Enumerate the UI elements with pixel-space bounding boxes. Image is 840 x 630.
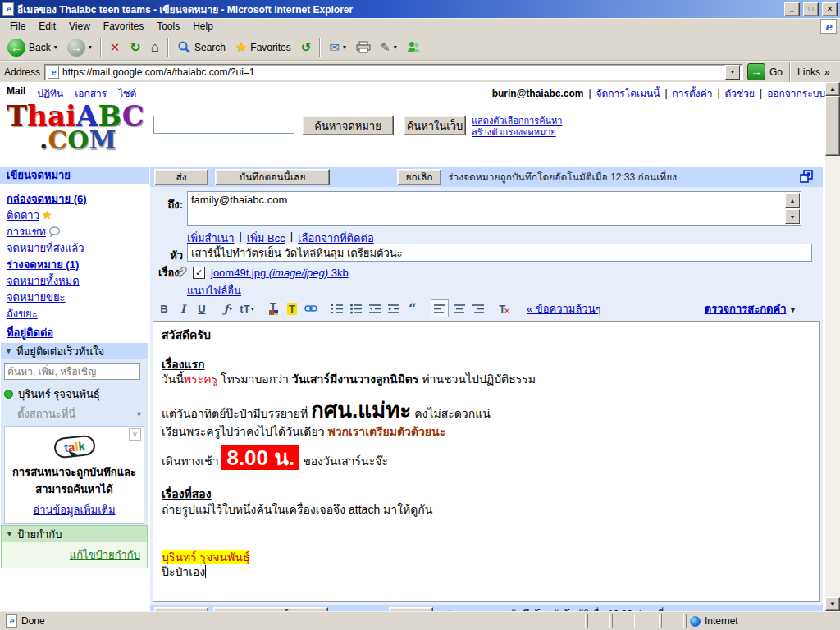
compose-mail-link[interactable]: เขียนจดหมาย <box>7 167 71 184</box>
forward-dropdown-icon[interactable]: ▾ <box>89 43 92 51</box>
text-color-button[interactable]: T <box>265 300 281 317</box>
search-web-button[interactable]: ค้นหาในเว็บ <box>404 116 466 135</box>
manage-domain-link[interactable]: จัดการโดเมนนี้ <box>596 85 660 101</box>
signout-link[interactable]: ออกจากระบบ <box>767 85 825 101</box>
print-button[interactable] <box>352 36 375 59</box>
forward-button[interactable]: → ▾ <box>63 36 96 59</box>
to-value[interactable]: family@thaiabc.com <box>191 194 287 206</box>
remove-formatting-button[interactable]: T✕ <box>496 300 513 317</box>
attachment-checkbox[interactable]: ✓ <box>193 267 205 279</box>
help-link[interactable]: ตัวช่วย <box>725 85 755 101</box>
plain-text-link[interactable]: « ข้อความล้วนๆ <box>527 300 601 317</box>
font-button[interactable]: ƒ▾ <box>220 300 236 317</box>
go-arrow-icon[interactable]: → <box>747 63 765 80</box>
contact-name[interactable]: บุรินทร์ รุจจนพันธุ์ <box>18 386 100 403</box>
collapse-icon[interactable]: ▼ <box>5 347 12 355</box>
menu-edit[interactable]: Edit <box>32 19 62 34</box>
send-button[interactable]: ส่ง <box>154 169 208 185</box>
sidebar-item-inbox[interactable]: กล่องจดหมาย (6) <box>7 190 87 208</box>
create-filter-link[interactable]: สร้างตัวกรองจดหมาย <box>472 126 562 138</box>
links-label[interactable]: Links <box>797 66 820 78</box>
indent-button[interactable] <box>386 300 402 317</box>
to-field-scrollbar[interactable]: ▲ ▼ <box>785 192 801 225</box>
edit-labels-link[interactable]: แก้ไขป้ายกำกับ <box>70 549 140 561</box>
menu-file[interactable]: File <box>3 19 32 34</box>
mail-dropdown-icon[interactable]: ▾ <box>343 43 346 51</box>
italic-button[interactable]: I <box>175 300 191 317</box>
links-chevron-icon[interactable]: » <box>824 66 830 78</box>
to-field[interactable]: family@thaiabc.com ▲ ▼ <box>187 191 801 226</box>
align-left-button[interactable] <box>431 299 449 317</box>
close-icon[interactable]: ✕ <box>129 428 141 441</box>
stop-button[interactable]: ✕ <box>106 36 125 59</box>
sidebar-item-chats[interactable]: การแชท <box>7 223 46 240</box>
contacts-link[interactable]: ที่อยู่ติดต่อ <box>7 326 53 339</box>
scrollbar-thumb[interactable] <box>825 96 840 156</box>
menu-favorites[interactable]: Favorites <box>97 19 150 34</box>
close-button[interactable]: ✕ <box>822 2 838 16</box>
mail-search-input[interactable] <box>153 116 294 134</box>
minimize-button[interactable]: _ <box>784 2 800 16</box>
save-now-button[interactable]: บันทึกตอนนี้เลย <box>215 169 330 185</box>
highlight-button[interactable]: T <box>284 300 300 317</box>
set-status-hint[interactable]: ตั้งสถานะที่นี่ <box>17 405 75 422</box>
sidebar-item-starred[interactable]: ติดดาว <box>7 207 39 224</box>
maximize-button[interactable]: □ <box>803 2 819 16</box>
address-dropdown-icon[interactable]: ▼ <box>725 65 740 80</box>
sidebar-item-drafts[interactable]: ร่างจดหมาย (1) <box>7 256 79 273</box>
align-center-button[interactable] <box>451 300 468 317</box>
home-button[interactable]: ⌂ <box>147 36 163 59</box>
underline-button[interactable]: U <box>194 300 210 317</box>
sidebar-item-sent[interactable]: จดหมายที่ส่งแล้ว <box>7 240 84 257</box>
menu-help[interactable]: Help <box>186 19 220 34</box>
address-input[interactable]: e https://mail.google.com/a/thaiabc.com/… <box>44 64 743 80</box>
subject-input[interactable] <box>187 244 812 262</box>
search-mail-button[interactable]: ค้นหาจดหมาย <box>302 116 394 135</box>
refresh-button[interactable]: ↻ <box>126 36 144 59</box>
bullet-list-button[interactable] <box>348 300 364 317</box>
scroll-down-icon[interactable]: ▼ <box>785 209 800 224</box>
print-icon <box>356 41 371 53</box>
favorites-button[interactable]: ★ Favorites <box>231 36 295 59</box>
scroll-down-icon[interactable]: ▼ <box>825 597 840 611</box>
contact-search-input[interactable] <box>4 363 140 380</box>
spell-dropdown-icon[interactable]: ▼ <box>789 306 797 314</box>
collapse-icon[interactable]: ▼ <box>6 530 13 538</box>
scroll-up-icon[interactable]: ▲ <box>825 82 840 96</box>
mail-button[interactable]: ✉ ▾ <box>325 36 350 59</box>
messenger-button[interactable] <box>403 36 424 59</box>
url-text[interactable]: https://mail.google.com/a/thaiabc.com/?u… <box>62 66 722 78</box>
attach-another-link[interactable]: แนบไฟล์อื่น <box>187 285 241 297</box>
back-button[interactable]: ← Back ▾ <box>3 36 62 59</box>
align-right-button[interactable] <box>470 300 486 317</box>
attachment-link[interactable]: joom49t.jpg (image/jpeg) 3kb <box>211 267 349 279</box>
mail-icon: ✉ <box>329 40 340 55</box>
page-scrollbar[interactable]: ▲ ▼ <box>825 82 840 611</box>
history-button[interactable]: ↺ <box>297 36 316 59</box>
font-size-button[interactable]: tT▾ <box>239 300 255 317</box>
edit-dropdown-icon[interactable]: ▾ <box>394 43 397 51</box>
menu-tools[interactable]: Tools <box>150 19 186 34</box>
edit-button[interactable]: ✎ ▾ <box>377 36 401 59</box>
learn-more-link[interactable]: อ่านข้อมูลเพิ่มเติม <box>33 504 115 516</box>
settings-link[interactable]: การตั้งค่า <box>673 85 713 101</box>
sidebar-item-allmail[interactable]: จดหมายทั้งหมด <box>7 272 80 290</box>
insert-link-button[interactable] <box>303 300 319 317</box>
outdent-button[interactable] <box>367 300 383 317</box>
sidebar-item-spam[interactable]: จดหมายขยะ <box>7 289 66 306</box>
discard-button[interactable]: ยกเลิก <box>397 169 441 185</box>
popout-icon[interactable] <box>800 170 813 183</box>
bold-button[interactable]: B <box>156 300 172 317</box>
status-dropdown-icon[interactable]: ▼ <box>135 410 143 418</box>
blockquote-button[interactable]: “ <box>404 300 421 317</box>
message-body-editor[interactable]: สวัสดีครับ เรื่องแรก วันนี้พระครู โทรมาบ… <box>153 321 820 602</box>
sidebar-item-trash[interactable]: ถังขยะ <box>7 305 38 322</box>
go-label[interactable]: Go <box>769 66 783 78</box>
search-options-link[interactable]: แสดงตัวเลือกการค้นหา <box>472 115 562 126</box>
numbered-list-button[interactable] <box>329 300 345 317</box>
menu-view[interactable]: View <box>62 19 97 34</box>
search-button[interactable]: Search <box>173 36 230 59</box>
back-dropdown-icon[interactable]: ▾ <box>54 43 57 51</box>
scroll-up-icon[interactable]: ▲ <box>785 193 800 208</box>
spell-check-link[interactable]: ตรวจการสะกดคำ ▼ <box>705 300 797 317</box>
